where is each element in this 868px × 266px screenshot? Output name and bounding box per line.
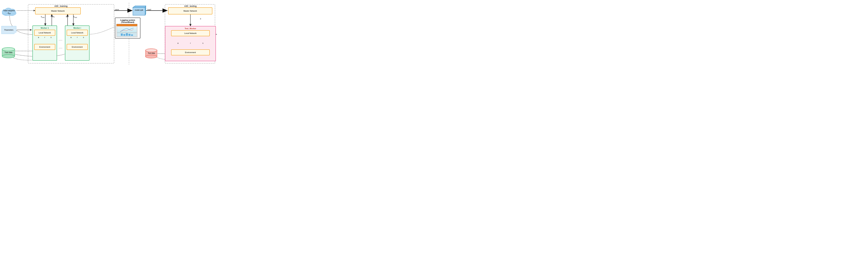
s-label-1: s (51, 36, 52, 38)
logging-system-box: Logging system (TensorBoard) (115, 18, 141, 38)
logging-screenshot (116, 24, 137, 37)
svg-rect-38 (128, 34, 130, 36)
theta-new-label-2: θnew (73, 16, 77, 18)
theta-new-label-1: θnew (41, 16, 44, 18)
local-network-test: Local Network (171, 30, 210, 36)
dots-2: ··· (59, 47, 63, 50)
ars-labels-1: a r s (35, 36, 54, 38)
ars-labels-i: a r s (68, 36, 87, 38)
r-label-test: r (190, 42, 191, 44)
main-diagram: A3C_training A3C_testing Initial weighth… (0, 0, 217, 66)
worker1-label: Worker 1 (34, 27, 56, 29)
grad-thetai-label: ∇θᵢ (66, 16, 68, 18)
test-worker-box: Test_Worker Local Network a r s Environm… (165, 26, 216, 61)
a-label-i: a (70, 36, 71, 38)
test-worker-label: Test_Worker (166, 27, 214, 29)
a-label-1: a (38, 36, 39, 38)
testing-title: A3C_testing (184, 5, 196, 7)
s-label-test: s (203, 42, 204, 44)
a-label-test: a (178, 42, 179, 44)
svg-point-31 (2, 48, 15, 51)
parameters-node: Parameters (1, 26, 16, 34)
load-label: load (147, 8, 151, 10)
worker-i-label: Worker i (66, 27, 88, 29)
initial-weights-label: Initial weighths (1, 10, 17, 11)
worker1-box: Worker 1 Local Network a r s Environment (32, 26, 57, 61)
test-data-node: Test data (145, 48, 158, 60)
r-label-i: r (77, 36, 78, 38)
s-label-i: s (83, 36, 84, 38)
logging-title: Logging system (TensorBoard) (116, 19, 139, 23)
svg-point-44 (146, 55, 157, 58)
save-label: save (115, 8, 119, 10)
ars-labels-test: a r s (172, 42, 209, 44)
dots-1: ··· (59, 39, 63, 42)
environment-i: Environment (67, 44, 88, 50)
parameters-label: Parameters (4, 29, 13, 31)
svg-point-30 (2, 54, 15, 58)
environment-1: Environment (34, 44, 55, 50)
svg-marker-33 (133, 6, 146, 7)
worker-i-box: Worker i Local Network a r s Environment (65, 26, 90, 61)
model-cptk-label: model.cptk (132, 9, 146, 11)
train-data-label: Train data (1, 52, 16, 53)
test-data-label: Test data (145, 52, 158, 54)
local-network-i: Local Network (67, 30, 88, 36)
svg-point-45 (146, 49, 157, 52)
master-network-left: Master Network (35, 7, 81, 15)
initial-weights-node: Initial weighths θinit (1, 4, 17, 17)
environment-test: Environment (171, 49, 210, 55)
svg-rect-37 (126, 33, 128, 36)
svg-rect-39 (131, 34, 133, 36)
svg-rect-35 (121, 33, 123, 36)
master-network-right: Master Network (168, 7, 212, 15)
theta-label-right: θ (200, 18, 201, 20)
model-cptk-node: model.cptk (132, 6, 146, 17)
local-network-1: Local Network (34, 30, 55, 36)
training-title: A3C_training (54, 5, 68, 7)
r-label-1: r (44, 36, 45, 38)
grad-theta1-label: ∇θ₁ (52, 16, 55, 18)
svg-rect-36 (123, 34, 125, 36)
initial-weights-theta: θinit (1, 12, 17, 15)
train-data-node: Train data (1, 47, 16, 60)
svg-marker-32 (133, 7, 145, 15)
